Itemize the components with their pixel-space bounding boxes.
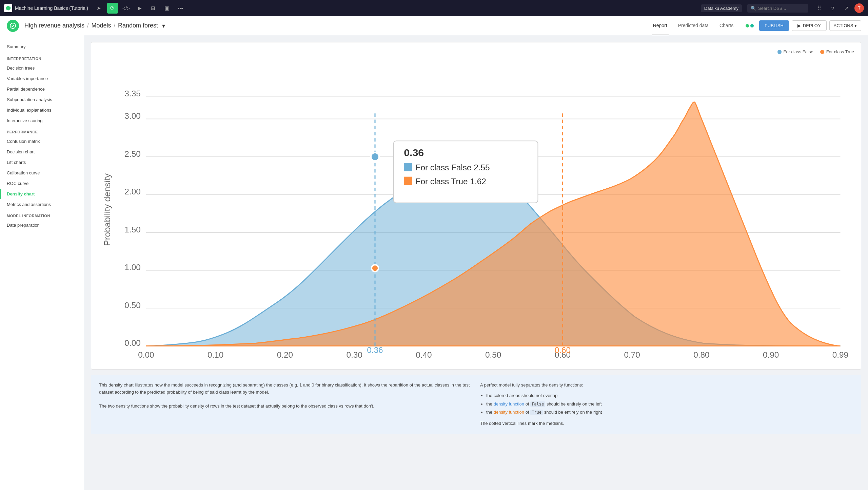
sidebar-item-lift-charts[interactable]: Lift charts xyxy=(0,157,84,168)
play-icon[interactable]: ▶ xyxy=(134,3,145,14)
bullet2-post: should be entirely on the left xyxy=(547,401,602,407)
sidebar: Summary INTERPRETATION Decision trees Va… xyxy=(0,35,84,490)
bullet3-post: should be entirely on the right xyxy=(544,410,602,415)
sidebar-item-metrics-assertions[interactable]: Metrics and assertions xyxy=(0,199,84,210)
avatar[interactable]: T xyxy=(854,3,864,13)
bullet3-density-label: density function xyxy=(494,410,524,415)
tooltip-dot-true xyxy=(372,265,378,271)
breadcrumb: High revenue analysis / Models / Random … xyxy=(24,22,652,30)
sidebar-item-data-preparation[interactable]: Data preparation xyxy=(0,220,84,230)
svg-text:0.00: 0.00 xyxy=(138,350,154,359)
chart-svg-wrapper: Probability density 0.00 0.50 1.00 1.50 … xyxy=(98,58,854,362)
topbar: Machine Learning Basics (Tutorial) ➤ ⟳ <… xyxy=(0,0,868,16)
actions-chevron-icon: ▾ xyxy=(854,23,857,28)
search-placeholder: Search DSS... xyxy=(758,6,786,11)
sidebar-item-decision-chart[interactable]: Decision chart xyxy=(0,147,84,157)
svg-text:1.50: 1.50 xyxy=(124,225,140,234)
svg-point-1 xyxy=(10,23,16,29)
publish-button[interactable]: PUBLISH xyxy=(759,20,789,31)
density-chart-card: For class False For class True Probabili… xyxy=(91,42,861,370)
legend-true-label: For class True xyxy=(826,49,854,54)
sidebar-item-decision-trees[interactable]: Decision trees xyxy=(0,63,84,73)
sidebar-item-individual-explanations[interactable]: Individual explanations xyxy=(0,105,84,115)
code-icon[interactable]: </> xyxy=(121,3,132,14)
more-icon[interactable]: ••• xyxy=(175,3,186,14)
refresh-icon[interactable]: ⟳ xyxy=(107,3,118,14)
send-icon[interactable]: ➤ xyxy=(94,3,104,14)
svg-text:0.00: 0.00 xyxy=(124,338,140,347)
sidebar-item-variables-importance[interactable]: Variables importance xyxy=(0,73,84,84)
bullet3-of: of xyxy=(526,410,529,415)
info-text-1: This density chart illustrates how the m… xyxy=(99,382,472,396)
tooltip-false-text: For class False 2.55 xyxy=(416,163,490,172)
sidebar-item-calibration-curve[interactable]: Calibration curve xyxy=(0,168,84,178)
info-footer: The dotted vertical lines mark the media… xyxy=(480,420,853,427)
layout-icon[interactable]: ▣ xyxy=(161,3,172,14)
grid-icon[interactable]: ⠿ xyxy=(814,3,825,14)
deploy-button[interactable]: ▶ DEPLOY xyxy=(792,20,827,31)
breadcrumb-project[interactable]: High revenue analysis xyxy=(24,22,84,29)
tooltip-false-color xyxy=(404,163,412,171)
tab-report[interactable]: Report xyxy=(652,16,669,35)
tooltip-true-text: For class True 1.62 xyxy=(416,177,486,186)
bullet2-density-label: density function xyxy=(494,401,524,407)
svg-text:3.00: 3.00 xyxy=(124,111,140,120)
sidebar-item-subpopulation-analysis[interactable]: Subpopulation analysis xyxy=(0,94,84,105)
app-title: Machine Learning Basics (Tutorial) xyxy=(15,5,88,11)
model-dropdown-button[interactable]: ▾ xyxy=(162,22,165,30)
sidebar-section-performance: PERFORMANCE xyxy=(0,126,84,136)
sidebar-item-partial-dependence[interactable]: Partial dependence xyxy=(0,84,84,94)
info-right-header: A perfect model fully separates the dens… xyxy=(480,382,853,389)
svg-text:0.60: 0.60 xyxy=(555,345,571,355)
info-card-right: A perfect model fully separates the dens… xyxy=(480,382,853,427)
breadcrumb-models[interactable]: Models xyxy=(92,22,111,29)
actions-button[interactable]: ACTIONS ▾ xyxy=(829,20,861,31)
sidebar-item-roc-curve[interactable]: ROC curve xyxy=(0,178,84,189)
tooltip-true-color xyxy=(404,177,412,185)
sidebar-item-confusion-matrix[interactable]: Confusion matrix xyxy=(0,136,84,147)
legend-true-dot xyxy=(820,50,824,54)
svg-text:0.20: 0.20 xyxy=(277,350,293,359)
breadcrumb-sep1: / xyxy=(87,23,88,29)
progress-dot-green xyxy=(746,24,749,27)
breadcrumb-model[interactable]: Random forest xyxy=(118,22,158,29)
actions-label: ACTIONS xyxy=(834,23,853,28)
svg-text:3.35: 3.35 xyxy=(124,89,140,98)
tab-charts[interactable]: Charts xyxy=(718,16,735,35)
svg-text:0.40: 0.40 xyxy=(416,350,432,359)
tab-area: Report Predicted data Charts xyxy=(652,16,754,35)
legend-false: For class False xyxy=(777,49,813,54)
search-bar[interactable]: 🔍 Search DSS... xyxy=(747,4,808,13)
svg-text:0.70: 0.70 xyxy=(624,350,640,359)
tab-actions: PUBLISH ▶ DEPLOY ACTIONS ▾ xyxy=(759,20,861,31)
sidebar-item-summary[interactable]: Summary xyxy=(0,41,84,53)
progress-dot-teal xyxy=(750,24,754,27)
chart-legend: For class False For class True xyxy=(98,49,854,54)
info-text-2: The two density functions show the proba… xyxy=(99,403,472,410)
svg-text:0.30: 0.30 xyxy=(347,350,362,359)
svg-text:0.50: 0.50 xyxy=(485,350,501,359)
svg-text:2.50: 2.50 xyxy=(124,149,140,158)
sidebar-item-interactive-scoring[interactable]: Interactive scoring xyxy=(0,115,84,126)
project-logo xyxy=(7,20,19,32)
app-logo xyxy=(4,4,12,12)
tab-predicted-data[interactable]: Predicted data xyxy=(677,16,710,35)
print-icon[interactable]: ⊟ xyxy=(148,3,159,14)
legend-true: For class True xyxy=(820,49,854,54)
trending-icon[interactable]: ↗ xyxy=(841,3,852,14)
bullet2-of: of xyxy=(526,401,529,407)
sidebar-section-model-info: MODEL INFORMATION xyxy=(0,210,84,220)
help-icon[interactable]: ? xyxy=(827,3,838,14)
legend-false-dot xyxy=(777,50,782,54)
density-chart-svg[interactable]: Probability density 0.00 0.50 1.00 1.50 … xyxy=(98,58,854,361)
svg-text:2.00: 2.00 xyxy=(124,187,140,196)
breadcrumb-bar: High revenue analysis / Models / Random … xyxy=(0,16,868,35)
info-card: This density chart illustrates how the m… xyxy=(91,375,861,434)
academy-label[interactable]: Dataiku Academy xyxy=(701,4,742,12)
svg-text:0.99: 0.99 xyxy=(832,350,848,359)
bullet-2: the density function of False should be … xyxy=(486,401,853,408)
sidebar-item-density-chart[interactable]: Density chart xyxy=(0,189,84,199)
bullet3-code: True xyxy=(530,410,543,415)
main-layout: Summary INTERPRETATION Decision trees Va… xyxy=(0,35,868,490)
bullet-1: the colored areas should not overlap xyxy=(486,392,853,399)
